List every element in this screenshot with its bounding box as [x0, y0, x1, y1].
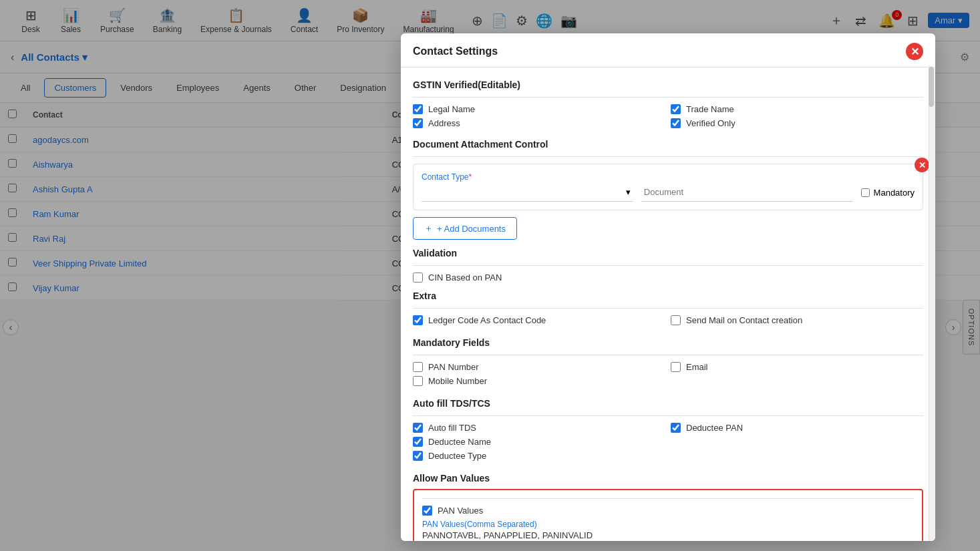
doc-row-close-button[interactable]: ✕	[915, 158, 929, 172]
contact-type-label: Contact Type*	[422, 172, 633, 182]
pan-values-row: PAN Values	[422, 506, 914, 516]
cin-based-pan-checkbox[interactable]	[413, 272, 423, 283]
tds-tcs-title: Auto fill TDS/TCS	[413, 398, 923, 409]
gstin-section-title: GSTIN Verified(Editable)	[413, 79, 923, 90]
ledger-code-row: Ledger Code As Contact Code	[413, 315, 665, 325]
auto-fill-tds-label: Auto fill TDS	[428, 423, 476, 433]
modal-header: Contact Settings ✕	[401, 33, 935, 67]
send-mail-checkbox[interactable]	[671, 315, 681, 325]
email-label: Email	[686, 362, 708, 372]
pan-values-label: PAN Values	[438, 506, 483, 516]
mobile-number-checkbox[interactable]	[413, 376, 423, 386]
address-checkbox[interactable]	[413, 118, 423, 128]
modal-title: Contact Settings	[413, 45, 498, 57]
modal-close-button[interactable]: ✕	[906, 43, 923, 60]
verified-only-row: Verified Only	[671, 118, 923, 128]
pan-values-highlighted-box: PAN Values PAN Values(Comma Separated) P…	[413, 489, 923, 541]
mandatory-fields-title: Mandatory Fields	[413, 337, 923, 348]
contact-settings-modal: Contact Settings ✕ GSTIN Verified(Editab…	[401, 33, 935, 541]
email-checkbox[interactable]	[671, 362, 681, 372]
address-row: Address	[413, 118, 665, 128]
pan-number-checkbox[interactable]	[413, 362, 423, 372]
pan-number-label: PAN Number	[428, 362, 479, 372]
ledger-code-checkbox[interactable]	[413, 315, 423, 325]
send-mail-label: Send Mail on Contact creation	[686, 315, 802, 325]
deductee-name-checkbox[interactable]	[413, 437, 423, 447]
validation-section-title: Validation	[413, 248, 923, 258]
pan-values-checkbox[interactable]	[422, 506, 432, 516]
extra-section: Extra Ledger Code As Contact Code Send M…	[413, 291, 923, 329]
address-label: Address	[428, 118, 460, 128]
deductee-pan-row: Deductee PAN	[671, 423, 923, 433]
validation-section: Validation CIN Based on PAN	[413, 248, 923, 283]
plus-icon: ＋	[424, 222, 433, 234]
tds-tcs-section: Auto fill TDS/TCS Auto fill TDS Deductee…	[413, 398, 923, 465]
auto-fill-tds-row: Auto fill TDS	[413, 423, 665, 433]
pan-values-section: Allow Pan Values PAN Values PAN Values(C…	[413, 473, 923, 541]
deductee-type-row: Deductee Type	[413, 451, 665, 461]
document-field	[641, 183, 853, 202]
document-section-title: Document Attachment Control	[413, 139, 923, 150]
cin-pan-row: CIN Based on PAN	[413, 272, 923, 283]
document-input[interactable]	[641, 183, 853, 202]
legal-name-checkbox[interactable]	[413, 104, 423, 114]
pan-values-section-title: Allow Pan Values	[413, 473, 923, 484]
pan-number-row: PAN Number	[413, 362, 665, 372]
pan-values-text: PANNOTAVBL, PANAPPLIED, PANINVALID	[422, 530, 914, 540]
pan-comma-label: PAN Values(Comma Separated)	[422, 520, 914, 529]
mobile-number-label: Mobile Number	[428, 376, 487, 386]
mandatory-label: Mandatory	[874, 188, 915, 198]
legal-name-row: Legal Name	[413, 104, 665, 114]
deductee-type-checkbox[interactable]	[413, 451, 423, 461]
mandatory-fields-section: Mandatory Fields PAN Number Mobile Numbe…	[413, 337, 923, 390]
send-mail-row: Send Mail on Contact creation	[671, 315, 923, 325]
extra-section-title: Extra	[413, 291, 923, 301]
trade-name-checkbox[interactable]	[671, 104, 681, 114]
contact-type-field: Contact Type* ▾	[422, 172, 633, 202]
chevron-down-icon: ▾	[626, 187, 631, 197]
trade-name-label: Trade Name	[686, 104, 734, 114]
verified-only-checkbox[interactable]	[671, 118, 681, 128]
gstin-section: GSTIN Verified(Editable) Legal Name Addr…	[413, 79, 923, 132]
document-control-row: ✕ Contact Type* ▾	[413, 164, 923, 210]
contact-type-select[interactable]: ▾	[422, 183, 633, 202]
add-documents-button[interactable]: ＋ + Add Documents	[413, 217, 517, 240]
mandatory-checkbox-row: Mandatory	[861, 188, 915, 202]
deductee-name-label: Deductee Name	[428, 437, 491, 447]
ledger-code-label: Ledger Code As Contact Code	[428, 315, 546, 325]
tds-tcs-checkboxes: Auto fill TDS Deductee Name Deductee Typ…	[413, 423, 923, 465]
gstin-checkboxes: Legal Name Address Trade Name Verified O…	[413, 104, 923, 132]
deductee-type-label: Deductee Type	[428, 451, 486, 461]
mandatory-checkbox[interactable]	[861, 188, 870, 197]
mandatory-fields-checkboxes: PAN Number Mobile Number Email	[413, 362, 923, 390]
modal-body: GSTIN Verified(Editable) Legal Name Addr…	[401, 67, 935, 541]
extra-checkboxes: Ledger Code As Contact Code Send Mail on…	[413, 315, 923, 329]
deductee-name-row: Deductee Name	[413, 437, 665, 447]
deductee-pan-label: Deductee PAN	[686, 423, 743, 433]
legal-name-label: Legal Name	[428, 104, 475, 114]
deductee-pan-checkbox[interactable]	[671, 423, 681, 433]
email-row: Email	[671, 362, 923, 372]
mobile-number-row: Mobile Number	[413, 376, 665, 386]
auto-fill-tds-checkbox[interactable]	[413, 423, 423, 433]
document-section: Document Attachment Control ✕ Contact Ty…	[413, 139, 923, 240]
doc-row-fields: Contact Type* ▾ Mandatory	[422, 172, 915, 202]
trade-name-row: Trade Name	[671, 104, 923, 114]
cin-based-pan-label: CIN Based on PAN	[428, 272, 502, 283]
verified-only-label: Verified Only	[686, 118, 736, 128]
